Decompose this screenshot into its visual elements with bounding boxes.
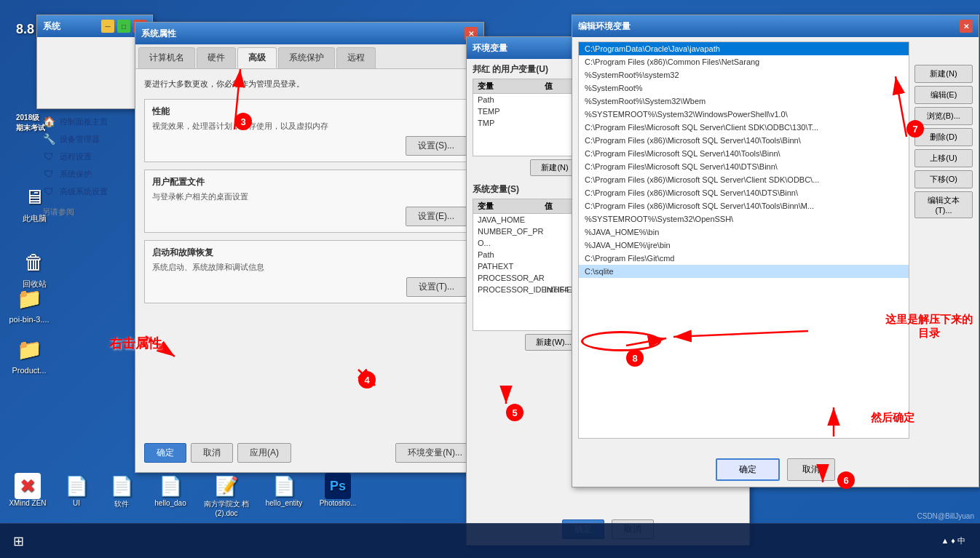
path-item-7[interactable]: C:\Program Files (x86)\Microsoft SQL Ser… [579, 134, 909, 147]
sysprops-titlebar: 系统属性 ✕ [135, 23, 483, 44]
desktop-icon-folder1[interactable]: 📁 poi-bin-3.... [4, 284, 55, 324]
edit-path-button[interactable]: 编辑(E) [914, 86, 973, 104]
editenv-titlebar: 编辑环境变量 ✕ [572, 15, 979, 37]
desktop-icon-folder2[interactable]: 📁 Product... [4, 335, 55, 375]
path-item-9[interactable]: C:\Program Files\Microsoft SQL Server\14… [579, 160, 909, 173]
system-title: 系统 [43, 20, 60, 33]
envvars-title: 环境变量 [473, 42, 507, 55]
path-item-14[interactable]: %JAVA_HOME%\bin [579, 226, 909, 239]
desktop-software[interactable]: 📄 软件 [100, 473, 143, 517]
path-item-13[interactable]: %SYSTEMROOT%\System32\OpenSSH\ [579, 212, 909, 226]
perf-settings-button[interactable]: 设置(S)... [406, 136, 467, 156]
tray-icons: ▲ ♦ 中 [941, 535, 965, 546]
move-down-button[interactable]: 下移(O) [914, 170, 973, 188]
sysprops-apply-button[interactable]: 应用(A) [237, 443, 291, 463]
sysprops-cancel-button[interactable]: 取消 [191, 443, 233, 463]
desktop-xmind[interactable]: ✖ XMind ZEN [3, 473, 52, 517]
edit-text-button[interactable]: 编辑文本(T)... [914, 191, 973, 218]
new-path-button[interactable]: 新建(N) [914, 65, 973, 83]
path-item-4[interactable]: %SystemRoot%\System32\Wbem [579, 95, 909, 108]
computer-label: 此电脑 [23, 213, 47, 224]
sidebar-label-devicemgr: 设备管理器 [60, 134, 100, 145]
software-label: 软件 [114, 499, 129, 509]
svar-path-name: Path [478, 250, 536, 259]
path-item-16[interactable]: C:\Program Files\Git\cmd [579, 252, 909, 265]
userprofile-title: 用户配置文件 [152, 176, 467, 188]
svar-o-name: O... [478, 239, 536, 247]
version-text: CSDN@BillJyuan [917, 512, 974, 520]
editenv-close[interactable]: ✕ [960, 20, 973, 33]
env-vars-button[interactable]: 环境变量(N)... [395, 443, 475, 463]
path-item-0[interactable]: C:\ProgramData\Oracle\Java\javapath [579, 42, 909, 55]
helloentity-label: hello_entity [266, 499, 303, 507]
editenv-cancel-button[interactable]: 取消 [787, 458, 835, 481]
svar-numproc-name: NUMBER_OF_PR [478, 227, 536, 236]
desktop-ui[interactable]: 📄 UI [55, 473, 98, 517]
label-2018: 2018级期末考试 [16, 113, 45, 133]
path-list[interactable]: C:\ProgramData\Oracle\Java\javapath C:\P… [578, 41, 909, 439]
sidebar-item-devicemgr[interactable]: 🔧 设备管理器 [38, 130, 147, 148]
tab-advanced[interactable]: 高级 [237, 47, 277, 68]
desktop-helloentity[interactable]: 📄 hello_entity [258, 473, 310, 517]
svar-procar-name: PROCESSOR_AR [478, 274, 536, 282]
path-item-5[interactable]: %SYSTEMROOT%\System32\WindowsPowerShell\… [579, 108, 909, 121]
desktop-doc[interactable]: 📝 南方学院文 档(2).doc [198, 473, 255, 517]
move-up-button[interactable]: 上移(U) [914, 149, 973, 167]
editenv-title: 编辑环境变量 [578, 20, 631, 33]
userprofile-section: 用户配置文件 与登录帐户相关的桌面设置 设置(E)... [144, 170, 475, 233]
tab-hardware[interactable]: 硬件 [197, 47, 236, 68]
remote-icon: 🛡 [42, 150, 55, 163]
tab-bar: 计算机名 硬件 高级 系统保护 远程 [135, 44, 483, 69]
svar-javahome-name: JAVA_HOME [478, 215, 536, 224]
hellodao-label: hello_dao [154, 499, 186, 507]
path-item-12[interactable]: C:\Program Files (x86)\Microsoft SQL Ser… [579, 199, 909, 212]
uvar-temp-name: TEMP [478, 107, 536, 116]
path-item-3[interactable]: %SystemRoot% [579, 81, 909, 95]
path-item-2[interactable]: %SystemRoot%\system32 [579, 68, 909, 81]
photoshop-label: Photosho... [320, 499, 357, 507]
startup-settings-button[interactable]: 设置(T)... [406, 277, 467, 297]
delete-path-button[interactable]: 删除(D) [914, 128, 973, 146]
path-item-15[interactable]: %JAVA_HOME%\jre\bin [579, 239, 909, 252]
minimize-button[interactable]: ─ [101, 20, 114, 33]
desktop-photoshop[interactable]: Ps Photosho... [313, 473, 363, 517]
path-item-17[interactable]: C:\sqlite [579, 265, 909, 278]
sidebar-label-sysprotect: 系统保护 [60, 169, 92, 180]
edit-env-window: 编辑环境变量 ✕ C:\ProgramData\Oracle\Java\java… [572, 15, 979, 487]
folder2-label: Product... [12, 366, 46, 375]
tab-remote[interactable]: 远程 [336, 47, 376, 68]
sidebar-item-remote[interactable]: 🛡 远程设置 [38, 148, 147, 165]
path-item-6[interactable]: C:\Program Files\Microsoft SQL Server\Cl… [579, 121, 909, 134]
userprofile-settings-button[interactable]: 设置(E)... [406, 207, 467, 226]
maximize-button[interactable]: □ [117, 20, 130, 33]
sysprops-ok-button[interactable]: 确定 [144, 443, 186, 463]
desktop-icon-computer[interactable]: 🖥 此电脑 [9, 182, 60, 224]
sidebar-item-sysprotect[interactable]: 🛡 系统保护 [38, 165, 147, 183]
path-item-8[interactable]: C:\Program Files\Microsoft SQL Server\14… [579, 147, 909, 160]
folder1-icon: 📁 [15, 284, 44, 313]
uvar-tmp-name: TMP [478, 119, 536, 127]
startup-desc: 系统启动、系统故障和调试信息 [152, 262, 467, 273]
sidebar-label-advanced: 高级系统设置 [60, 186, 108, 197]
sidebar-label-remote: 远程设置 [60, 151, 92, 162]
system-tray: ▲ ♦ 中 [932, 535, 980, 546]
performance-section: 性能 视觉效果，处理器计划，内存使用，以及虚拟内存 设置(S)... [144, 99, 475, 162]
editenv-controls[interactable]: ✕ [960, 20, 973, 33]
path-item-10[interactable]: C:\Program Files (x86)\Microsoft SQL Ser… [579, 173, 909, 186]
tab-sysprotect[interactable]: 系统保护 [278, 47, 335, 68]
tab-computername[interactable]: 计算机名 [138, 47, 195, 68]
sidebar-item-controlpanel[interactable]: 🏠 控制面板主页 [38, 113, 147, 130]
desktop-hellodao[interactable]: 📄 hello_dao [146, 473, 195, 517]
start-button[interactable]: ⊞ [0, 524, 36, 558]
sysprops-title: 系统属性 [141, 28, 176, 40]
path-item-1[interactable]: C:\Program Files (x86)\Common Files\NetS… [579, 55, 909, 68]
header-varname: 变量 [478, 81, 536, 92]
doc-label: 南方学院文 档(2).doc [198, 499, 255, 517]
xmind-label: XMind ZEN [9, 499, 46, 507]
folder2-icon: 📁 [15, 335, 44, 364]
desktop-label: 8.8 [16, 22, 34, 37]
path-item-11[interactable]: C:\Program Files (x86)\Microsoft SQL Ser… [579, 186, 909, 199]
browse-button[interactable]: 浏览(B)... [914, 107, 973, 125]
editenv-ok-button[interactable]: 确定 [716, 458, 780, 481]
sidebar-label-controlpanel: 控制面板主页 [60, 116, 108, 127]
